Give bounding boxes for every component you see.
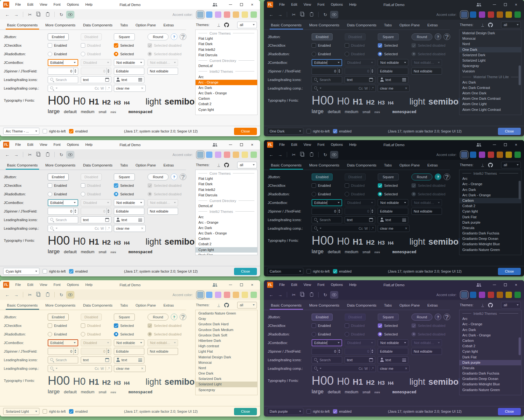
theme-list-item[interactable]: Arc <box>459 316 521 322</box>
cut-icon[interactable]: ✂ <box>290 151 298 159</box>
menu-font[interactable]: Font <box>50 3 64 6</box>
calendar-field[interactable]: text <box>345 356 375 363</box>
search-options-field[interactable]: Cc W .* <box>312 85 376 92</box>
theme-list-item[interactable]: Cyan light <box>459 349 521 354</box>
theme-selector-combo[interactable]: Carbon <box>267 268 303 275</box>
round-button[interactable]: Round <box>148 33 169 40</box>
theme-list-item[interactable]: Arc Dark <box>196 225 257 231</box>
whole-word-toggle[interactable]: W <box>364 227 368 230</box>
theme-list-item[interactable]: One Dark <box>196 371 257 376</box>
theme-list-item[interactable]: Carbon <box>459 198 521 203</box>
menu-options[interactable]: Options <box>328 283 346 287</box>
tab-data-components[interactable]: Data Components <box>79 22 116 30</box>
tab-extras[interactable]: Extras <box>160 22 178 30</box>
tab-data-components[interactable]: Data Components <box>343 302 380 310</box>
theme-list-item[interactable]: Atom One Dark Contrast <box>459 96 521 101</box>
match-case-toggle[interactable]: Cc <box>359 227 363 230</box>
accent-swatch[interactable] <box>488 292 494 298</box>
github-icon[interactable] <box>488 23 493 27</box>
search-options-field[interactable]: Cc W .* <box>48 85 112 92</box>
checkbox-selected[interactable]: Selected <box>378 43 411 48</box>
theme-selector-combo[interactable]: One Dark <box>267 128 303 135</box>
spinner-buttons[interactable] <box>337 208 342 214</box>
rtl-checkbox[interactable]: right-to-left <box>307 409 330 414</box>
square-button[interactable]: Square <box>114 314 135 321</box>
theme-list-item[interactable]: Solarized Light <box>459 58 521 63</box>
checkbox-selected[interactable]: Selected <box>378 183 411 188</box>
spinner[interactable]: 0 <box>312 68 342 75</box>
radio-enabled[interactable]: Enabled <box>312 332 345 336</box>
tab-more-components[interactable]: More Components <box>306 302 343 310</box>
radio-selected[interactable]: Selected <box>378 332 411 336</box>
accent-swatch[interactable] <box>233 152 239 158</box>
theme-list-item[interactable]: Solarized Dark <box>459 52 521 58</box>
clearable-field[interactable]: clear me× <box>114 365 146 372</box>
menu-help[interactable]: Help <box>82 3 96 6</box>
download-icon[interactable]: ↓ <box>481 303 484 307</box>
help-button[interactable]: ? <box>435 314 441 320</box>
paste-icon[interactable] <box>307 291 316 299</box>
enabled-button[interactable]: Enabled <box>48 33 69 40</box>
whole-word-toggle[interactable]: W <box>364 86 368 90</box>
theme-list-item[interactable]: Arc Dark - Orange <box>459 193 521 198</box>
theme-list-item[interactable]: Flat IntelliJ <box>196 47 257 52</box>
theme-list-item[interactable]: Carbon <box>196 236 257 241</box>
theme-filter-combo[interactable]: all <box>501 162 521 168</box>
tab-data-components[interactable]: Data Components <box>79 302 116 310</box>
theme-list-item[interactable]: Cyan light <box>196 107 257 112</box>
close-window-button[interactable]: × <box>511 0 521 9</box>
github-icon[interactable] <box>488 163 493 167</box>
theme-list-item[interactable]: Gradianto Midnight Blue <box>459 382 521 387</box>
copy-icon[interactable] <box>299 11 307 18</box>
cut-icon[interactable]: ✂ <box>26 151 34 159</box>
round-button[interactable]: Round <box>411 173 432 180</box>
tab-tabs[interactable]: Tabs <box>116 162 132 170</box>
paste-icon[interactable] <box>44 291 52 299</box>
theme-list-item[interactable]: Carbon <box>459 338 521 343</box>
menu-options[interactable]: Options <box>328 3 346 6</box>
menu-edit[interactable]: Edit <box>24 283 37 287</box>
close-button[interactable]: Close <box>234 268 257 275</box>
theme-list-item[interactable]: Light Flat <box>196 349 257 354</box>
search-options-field[interactable]: Cc W .* <box>48 365 112 372</box>
combobox-not-editable[interactable]: Not editable <box>378 59 408 66</box>
accent-swatch[interactable] <box>251 292 257 298</box>
enabled-checkbox[interactable]: enabled <box>69 129 88 133</box>
search-field[interactable]: Search <box>312 76 342 83</box>
download-icon[interactable]: ↓ <box>217 303 220 307</box>
cut-icon[interactable]: ✂ <box>26 11 34 18</box>
enabled-checkbox[interactable]: enabled <box>69 409 88 414</box>
theme-filter-combo[interactable]: all <box>237 302 257 308</box>
search-options-field[interactable]: Cc W .* <box>48 225 112 232</box>
forward-button[interactable]: → <box>12 151 20 159</box>
rtl-checkbox[interactable]: right-to-left <box>43 269 66 274</box>
theme-list-item[interactable]: One Dark <box>459 47 521 52</box>
accent-swatch[interactable] <box>206 152 212 158</box>
refresh-icon[interactable]: ↻ <box>57 291 66 299</box>
download-icon[interactable]: ↓ <box>481 23 484 27</box>
theme-list-item[interactable]: Flat Darcula <box>196 193 257 198</box>
close-window-button[interactable]: × <box>247 280 258 289</box>
tab-extras[interactable]: Extras <box>160 302 178 310</box>
tab-basic-components[interactable]: Basic Components <box>3 22 42 30</box>
paste-icon[interactable] <box>44 151 52 159</box>
theme-list-item[interactable]: Arc Dark <box>459 80 521 85</box>
textfield-editable[interactable]: Editable <box>114 68 144 75</box>
combobox-editable[interactable]: Editable <box>312 339 342 346</box>
search-options-caret-icon[interactable] <box>320 228 321 229</box>
combobox-not-editable[interactable]: Not editable <box>114 59 144 66</box>
textfield-editable[interactable]: Editable <box>114 208 144 215</box>
radio-selected[interactable]: Selected <box>378 52 411 56</box>
menu-edit[interactable]: Edit <box>288 143 300 146</box>
rtl-checkbox[interactable]: right-to-left <box>307 129 330 133</box>
menu-help[interactable]: Help <box>346 3 360 6</box>
theme-filter-combo[interactable]: all <box>237 22 257 28</box>
theme-list-item[interactable]: Gradianto Dark Fuchsia <box>459 231 521 236</box>
accent-swatch[interactable] <box>251 11 257 18</box>
theme-selector-combo[interactable]: Arc Theme - ... <box>3 128 39 135</box>
menu-font[interactable]: Font <box>50 143 64 146</box>
match-case-toggle[interactable]: Cc <box>95 86 99 90</box>
theme-list-item[interactable]: Gradianto Nature Green <box>459 387 521 393</box>
enabled-button[interactable]: Enabled <box>48 173 69 180</box>
help-button-secondary[interactable]: ? <box>444 173 450 180</box>
